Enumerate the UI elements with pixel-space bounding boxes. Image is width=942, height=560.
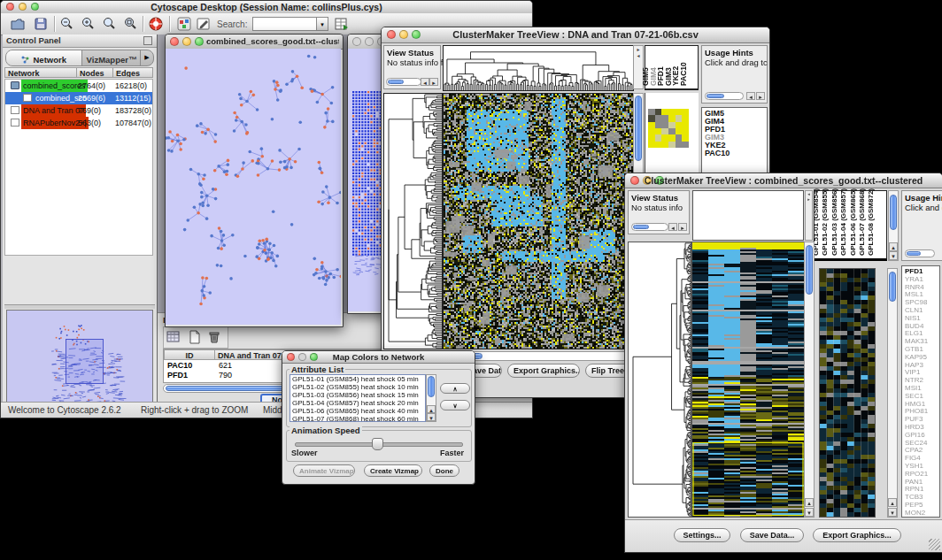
attribute-list-vscrollbar[interactable]: ▴ ▾ <box>426 374 436 422</box>
attribute-value: 621 <box>219 361 232 371</box>
network-tree-row[interactable]: RNAPuberNov2+|563(0)107847(0) <box>5 117 152 129</box>
tv1-status-scrollbar[interactable] <box>386 78 421 86</box>
dialog-title: Map Colors to Network <box>282 352 475 362</box>
birdseye-overview[interactable] <box>6 310 153 409</box>
annotation-icon[interactable] <box>196 16 212 35</box>
tab-overflow-icon[interactable]: ▶ <box>140 50 153 65</box>
import-table-icon[interactable] <box>334 16 350 35</box>
scroll-left-icon[interactable]: ◂ <box>668 223 677 231</box>
move-up-button[interactable]: ∧ <box>440 383 470 394</box>
column-header-nodes[interactable]: Nodes <box>76 67 113 78</box>
vizmapper-icon[interactable] <box>176 16 192 35</box>
scroll-down-icon[interactable]: ▾ <box>888 508 897 517</box>
tv2-sub-heatmap[interactable] <box>819 268 876 518</box>
scroll-right-icon[interactable]: ▸ <box>678 223 687 231</box>
scroll-right-icon[interactable]: ▸ <box>756 92 765 100</box>
help-lifering-icon[interactable] <box>148 16 164 35</box>
zoom-fit-icon[interactable] <box>123 16 139 35</box>
speed-slider-thumb[interactable] <box>372 438 383 450</box>
tv1-export-graphics-button[interactable]: Export Graphics... <box>507 364 580 378</box>
network-tree-row[interactable]: DNA and Tran 07769(0)183728(0) <box>5 104 152 117</box>
main-titlebar[interactable]: Cytoscape Desktop (Session Name: collins… <box>1 1 532 14</box>
column-header-edges[interactable]: Edges <box>112 67 153 78</box>
tv2-row-dendrogram[interactable] <box>628 242 691 518</box>
scroll-down-icon[interactable]: ▾ <box>889 251 898 260</box>
scroll-down-icon[interactable]: ▾ <box>805 508 814 517</box>
delete-attribute-icon[interactable] <box>206 329 222 349</box>
control-panel-title: Control Panel <box>6 35 61 45</box>
tv2-gene-list[interactable]: PFD1YRA1RNR4MSL1SPC98CLN1NIS1BUD4ELG1MAK… <box>901 265 940 518</box>
zoom-selected-icon[interactable] <box>102 16 118 35</box>
minimize-icon[interactable] <box>182 37 191 46</box>
treeview1-titlebar[interactable]: ClusterMaker TreeView : DNA and Tran 07-… <box>382 27 769 43</box>
close-icon[interactable] <box>170 37 179 46</box>
scroll-up-icon[interactable]: ▴ <box>889 242 898 251</box>
animate-vizmap-button[interactable]: Animate Vizmap <box>293 464 355 477</box>
treeview2-titlebar[interactable]: ClusterMaker TreeView : combined_scores_… <box>625 173 942 188</box>
attribute-listbox[interactable]: GPL51-01 (GSM854) heat shock 05 minGPL51… <box>290 374 426 422</box>
scroll-left-icon[interactable]: ◂ <box>746 92 755 100</box>
tv1-mini-heatmap[interactable] <box>648 109 689 148</box>
zoom-in-icon[interactable] <box>81 16 97 35</box>
tv2-heatmap[interactable] <box>691 242 805 518</box>
tv2-labels-vscrollbar[interactable]: ▴ ▾ <box>888 190 899 261</box>
scroll-right-icon[interactable]: ▸ <box>429 78 438 86</box>
scroll-down-icon[interactable]: ▾ <box>427 413 436 421</box>
tv2-gene-item[interactable]: MON2 <box>905 510 939 518</box>
network-nodes: 2764(0) <box>78 80 105 92</box>
float-panel-icon[interactable] <box>143 36 152 45</box>
save-icon[interactable] <box>33 16 49 35</box>
column-header-id[interactable]: ID <box>164 349 215 360</box>
panel-splitter[interactable] <box>4 304 155 309</box>
scroll-up-icon[interactable]: ▴ <box>427 405 436 413</box>
tv2-column-labels: GPL51-01 (GSM854)GPL51-02 (GSM855)GPL51-… <box>814 190 887 261</box>
tv2-sub-vscrollbar[interactable]: ▴ ▾ <box>887 268 898 518</box>
open-folder-icon[interactable] <box>10 16 26 35</box>
tv1-usage-scrollbar[interactable] <box>705 92 744 100</box>
tv2-status-scrollbar[interactable] <box>631 223 668 231</box>
tv1-column-dendrogram[interactable] <box>443 45 634 91</box>
done-button[interactable]: Done <box>429 464 459 477</box>
tv2-usage-scrollbar[interactable] <box>905 249 935 257</box>
dialog-titlebar[interactable]: Map Colors to Network <box>282 351 475 364</box>
network-tree-table: combined_scores2764(0)16218(0)combined_s… <box>4 79 153 256</box>
resize-grip-icon[interactable] <box>929 539 940 550</box>
move-down-button[interactable]: ∨ <box>440 400 470 410</box>
zoom-out-icon[interactable] <box>59 16 75 35</box>
search-input[interactable] <box>252 17 318 31</box>
tv2-column-dendrogram-area <box>692 190 804 241</box>
minimize-icon[interactable] <box>365 37 374 46</box>
data-panel-toolbar <box>163 326 228 349</box>
scroll-up-icon[interactable]: ▴ <box>888 498 897 507</box>
network-canvas[interactable] <box>166 49 341 325</box>
control-panel-tabs: Network VizMapper™ ▶ <box>5 50 154 66</box>
network-tree-row[interactable]: combined_sco2569(6)13112(15) <box>5 92 152 104</box>
zoom-window-icon[interactable] <box>195 37 204 46</box>
tab-vizmapper[interactable]: VizMapper™ <box>82 50 141 65</box>
column-header-network[interactable]: Network <box>4 67 77 78</box>
tab-network[interactable]: Network <box>6 50 82 65</box>
tv2-heatmap-vscrollbar[interactable]: ▴ ▾ <box>804 242 815 518</box>
network-window-titlebar[interactable]: combined_scores_good.txt--cluste... <box>166 35 343 50</box>
scroll-left-icon[interactable]: ◂ <box>421 78 429 86</box>
attribute-value: 790 <box>219 371 232 380</box>
tv2-export-graphics-button[interactable]: Export Graphics... <box>813 528 901 542</box>
network-view-window: combined_scores_good.txt--cluste... <box>165 34 344 327</box>
network-edges: 16218(0) <box>115 80 147 92</box>
tv2-settings-button[interactable]: Settings... <box>674 528 730 542</box>
tv1-heatmap[interactable] <box>443 93 634 349</box>
attribute-list-item[interactable]: GPL51-07 (GSM868) heat shock 60 min <box>290 416 425 422</box>
scroll-up-icon[interactable]: ▴ <box>805 498 814 507</box>
tv2-save-data-button[interactable]: Save Data... <box>740 528 804 542</box>
folder-icon <box>11 81 19 89</box>
desktop: Cytoscape Desktop (Session Name: collins… <box>0 0 942 560</box>
attribute-select-icon[interactable] <box>166 329 181 349</box>
new-attribute-icon[interactable] <box>187 329 203 349</box>
animation-speed-label: Animation Speed <box>290 426 362 435</box>
create-vizmap-button[interactable]: Create Vizmap <box>364 464 422 477</box>
tv1-row-dendrogram[interactable] <box>383 93 443 349</box>
close-icon[interactable] <box>352 37 361 46</box>
network-tree-row[interactable]: combined_scores2764(0)16218(0) <box>5 80 152 92</box>
search-dropdown-icon[interactable]: ▾ <box>316 17 328 31</box>
tv1-gene-item[interactable]: PAC10 <box>705 150 767 157</box>
